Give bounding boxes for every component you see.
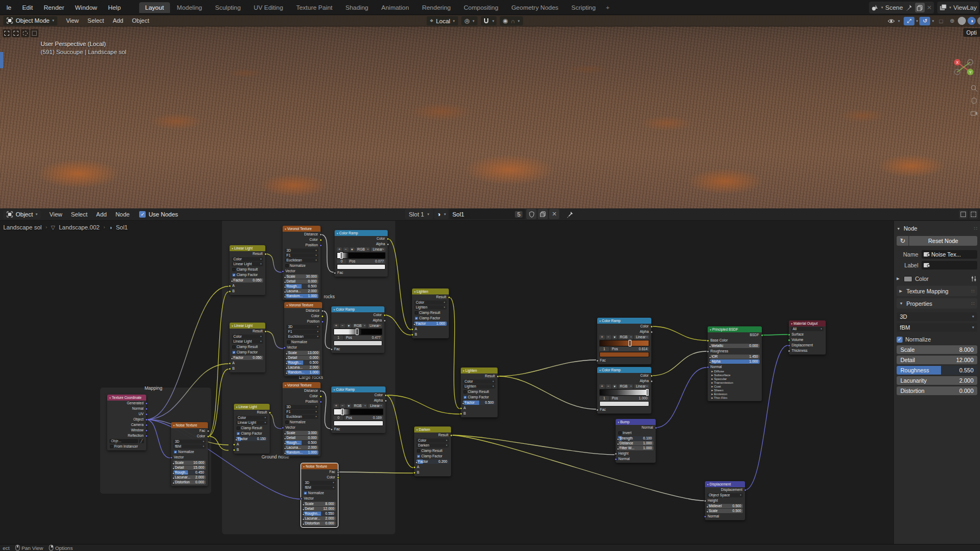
add-stop-button[interactable]: + [337, 247, 342, 252]
slider-rough[interactable]: Rough...0.500 [285, 441, 318, 445]
node-header[interactable]: ▾Material Output [789, 320, 826, 326]
stop-position-field[interactable]: Pos0.477 [344, 336, 382, 340]
dropdown-f1[interactable]: F1▾ [285, 410, 318, 414]
input-normal[interactable]: Normal [616, 456, 656, 462]
collapse-node-icon[interactable]: ▾ [109, 396, 111, 399]
dropdown-euclidean[interactable]: Euclidean▾ [286, 334, 320, 339]
dropdown-color[interactable]: Color▾ [236, 416, 267, 420]
scene-name[interactable]: Scene [885, 4, 903, 11]
label-field[interactable] [922, 261, 977, 270]
toolbar-active-tool-edge[interactable] [0, 52, 3, 68]
menu-help[interactable]: Help [103, 3, 125, 12]
input-fac[interactable]: Fac [331, 346, 384, 352]
output-position[interactable]: Position [284, 319, 322, 324]
output-color[interactable]: Color [331, 312, 384, 318]
snap-toggle[interactable]: ▾ [481, 16, 496, 25]
add-stop-button[interactable]: + [334, 404, 339, 408]
node-voronoi1[interactable]: ▾Voronoi TextureDistanceColorPosition3D▾… [283, 226, 321, 300]
input-surface[interactable]: Surface [789, 332, 826, 337]
shading-wireframe-button[interactable]: ⊕ [948, 17, 956, 25]
section-coat[interactable]: ▸ Coat [708, 385, 762, 389]
collapse-node-icon[interactable]: ▾ [285, 384, 286, 387]
node-socket[interactable] [235, 438, 238, 441]
checkbox-clamp-result[interactable]: Clamp Result [414, 448, 451, 454]
sidebar-slider-lacunarity[interactable]: Lacunarity2.000 [897, 376, 977, 385]
output-alpha[interactable]: Alpha [335, 241, 388, 247]
node-lighten2[interactable]: ▾LightenResultColor▾Lighten▾Clamp Result… [461, 368, 498, 417]
node-socket[interactable] [384, 394, 387, 397]
node-socket[interactable] [709, 361, 711, 364]
node-socket[interactable] [707, 350, 709, 353]
select-tool-buttons[interactable] [3, 29, 38, 37]
node-socket[interactable] [319, 401, 322, 403]
output-bsdf[interactable]: BSDF [708, 332, 762, 338]
node-socket[interactable] [145, 429, 148, 432]
node-socket[interactable] [337, 471, 339, 474]
node-linearlight1[interactable]: ▾Linear LightResultColor▾Linear Light▾Cl… [230, 245, 265, 295]
slider-distortion[interactable]: Distortion0.000 [303, 521, 336, 526]
output-displacement[interactable]: Displacement [705, 487, 745, 493]
checkbox-clamp-factor[interactable]: ✓Clamp Factor [414, 454, 451, 459]
toggle-xray-button[interactable]: □ [936, 17, 946, 25]
input-normal[interactable]: Normal [708, 364, 762, 370]
node-header[interactable]: ▾Noise Texture [171, 422, 208, 428]
output-position[interactable]: Position [283, 399, 321, 404]
eyedropper-icon[interactable]: ╱ [139, 439, 144, 443]
input-roughness[interactable]: Roughness [708, 349, 762, 354]
checkbox-clamp-result[interactable]: Clamp Result [234, 425, 270, 431]
object-picker-field[interactable]: Obje... [109, 439, 138, 443]
sidebar-slider-detail[interactable]: Detail12.000 [897, 356, 977, 364]
color-swatch[interactable] [334, 421, 383, 426]
color-swatch[interactable] [337, 264, 386, 270]
input-fac[interactable]: Fac [597, 407, 651, 412]
input-b[interactable]: B [461, 411, 498, 416]
select-lasso-tool-button[interactable] [30, 29, 38, 37]
move-view-icon[interactable] [970, 97, 978, 104]
node-socket[interactable] [744, 489, 747, 491]
sidebar-slider-distortion[interactable]: Distortion0.000 [897, 386, 977, 395]
output-camera[interactable]: Camera [107, 422, 146, 428]
slider-factor[interactable]: Factor1.000 [414, 322, 447, 326]
collapse-node-icon[interactable]: ▾ [707, 483, 709, 486]
material-users-count[interactable]: 5 [515, 211, 522, 218]
scene-selector[interactable]: ▾ Scene ✕ [869, 2, 934, 14]
node-socket[interactable] [411, 333, 414, 336]
slider-scale[interactable]: Scale0.500 [707, 509, 743, 513]
navigation-gizmo[interactable]: X Y [952, 55, 976, 79]
stop-position-field[interactable]: Pos0.169 [344, 416, 383, 420]
select-box-tool-button[interactable] [12, 29, 20, 37]
input-b[interactable]: B [412, 332, 449, 337]
node-header[interactable]: ▾Linear Light [234, 404, 270, 410]
add-stop-button[interactable]: + [334, 324, 339, 328]
node-socket[interactable] [145, 402, 148, 405]
node-header[interactable]: ▾Voronoi Texture [283, 226, 321, 232]
slider-detail[interactable]: Detail0.000 [286, 356, 320, 360]
material-slot-dropdown[interactable]: Slot 1 ▾ [405, 209, 433, 219]
pin-icon[interactable] [905, 4, 913, 11]
dropdown-linear-light[interactable]: Linear Light▾ [236, 421, 267, 425]
browse-material-dropdown[interactable]: ◑ ▾ [434, 209, 449, 219]
output-distance[interactable]: Distance [283, 388, 321, 393]
visibility-dropdown[interactable]: ▾ [885, 16, 902, 25]
dropdown-f1[interactable]: F1▾ [286, 330, 320, 334]
viewport-menu-view[interactable]: View [62, 16, 83, 25]
node-socket[interactable] [145, 418, 148, 421]
node-header[interactable]: ▾Bump [616, 419, 656, 425]
output-result[interactable]: Result [414, 432, 451, 438]
tab-layout[interactable]: Layout [139, 2, 170, 13]
node-header[interactable]: ▾Darken [414, 427, 451, 432]
node-socket[interactable] [460, 412, 462, 415]
node-socket[interactable] [788, 350, 790, 352]
collapse-node-icon[interactable]: ▾ [618, 421, 619, 424]
section-thin-film[interactable]: ▸ Thin Film [708, 396, 762, 400]
output-alpha[interactable]: Alpha [331, 398, 386, 403]
filter-sliders-icon[interactable] [971, 276, 977, 282]
dropdown-3d[interactable]: 3D▾ [285, 405, 318, 409]
output-alpha[interactable]: Alpha [597, 329, 651, 334]
node-socket[interactable] [285, 357, 288, 360]
select-circle-tool-button[interactable] [21, 29, 29, 37]
dropdown-color[interactable]: Color▾ [414, 300, 447, 305]
input-height[interactable]: Height [616, 451, 656, 456]
dropdown-lighten[interactable]: Lighten▾ [463, 384, 495, 389]
checkbox-normalize[interactable]: ✓Normalize [171, 449, 208, 455]
